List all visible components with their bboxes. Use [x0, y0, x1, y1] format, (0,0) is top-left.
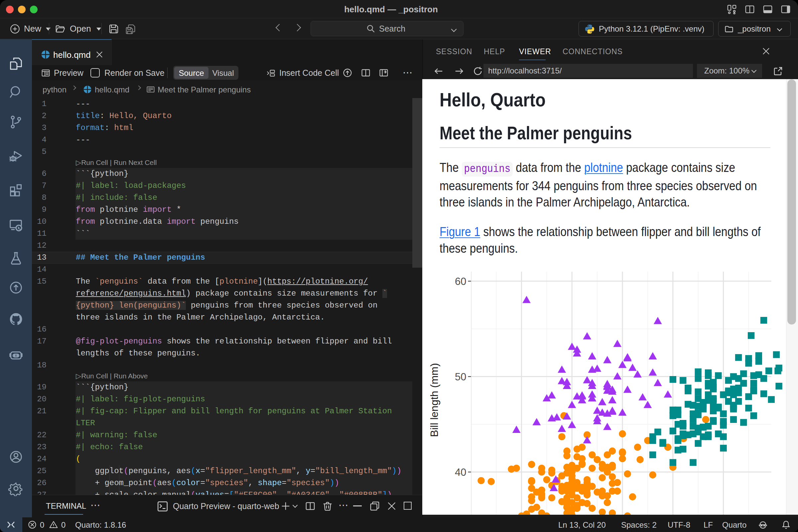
- svg-text:Bill length (mm): Bill length (mm): [428, 363, 440, 437]
- svg-text:60: 60: [455, 276, 466, 287]
- svg-text:50: 50: [455, 371, 466, 383]
- svg-text:40: 40: [455, 467, 466, 478]
